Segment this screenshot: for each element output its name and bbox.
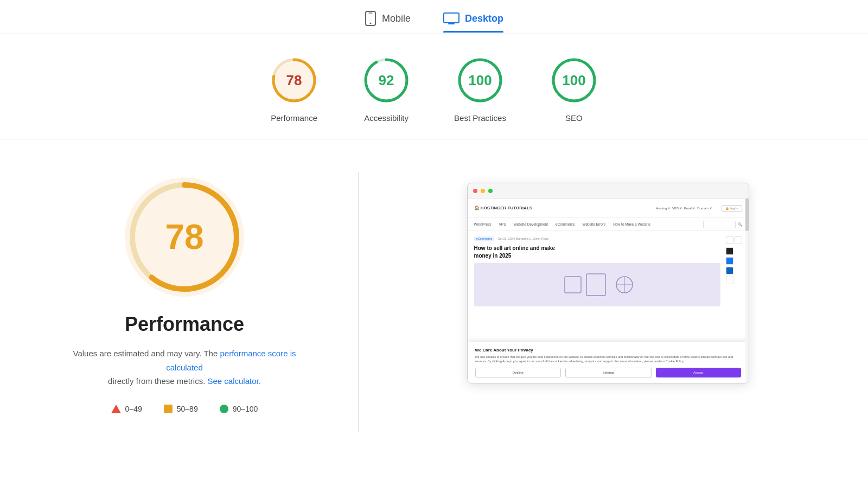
browser-dot-maximize — [488, 189, 493, 193]
performance-title: Performance — [125, 313, 244, 336]
svg-rect-20 — [543, 266, 652, 304]
left-panel: 78 Performance Values are estimated and … — [43, 172, 326, 432]
browser-dot-close — [473, 189, 477, 193]
desc-link2[interactable]: See calculator. — [207, 376, 260, 386]
nav-login-btn[interactable]: 🔒 Log In — [722, 205, 742, 212]
vertical-divider — [358, 172, 359, 432]
legend-medium-range: 50–89 — [177, 405, 198, 413]
desc-text2: directly from these metrics. — [108, 376, 205, 386]
site-nav: 🏠 HOSTINGER TUTORIALS Hosting ∨ VPS ∨ Em… — [468, 199, 749, 218]
site-logo: 🏠 HOSTINGER TUTORIALS — [474, 206, 533, 210]
desktop-icon — [443, 12, 459, 24]
right-panel: 🏠 HOSTINGER TUTORIALS Hosting ∨ VPS ∨ Em… — [391, 172, 825, 432]
site-article-title: How to sell art online and makemoney in … — [474, 245, 720, 260]
nav-search-icon: 🔍 — [738, 222, 742, 227]
nav-vps-link: VPS — [499, 222, 506, 226]
cookie-title: We Care About Your Privacy — [475, 348, 741, 353]
score-value-best-practices: 100 — [468, 72, 492, 89]
tab-desktop-label: Desktop — [465, 13, 503, 24]
nav-hosting: Hosting ∨ — [656, 206, 670, 210]
legend-low-range: 0–49 — [125, 405, 142, 413]
score-circle-accessibility: 92 — [362, 56, 411, 105]
scrollbar[interactable] — [745, 199, 749, 383]
scrollbar-thumb — [745, 199, 749, 231]
share-btn-email[interactable] — [726, 277, 733, 284]
browser-mockup: 🏠 HOSTINGER TUTORIALS Hosting ∨ VPS ∨ Em… — [467, 183, 749, 383]
nav-search: 🔍 — [703, 221, 742, 228]
share-btn-x[interactable] — [726, 247, 733, 255]
legend-item-medium: 50–89 — [164, 405, 198, 413]
svg-rect-3 — [444, 13, 459, 23]
cookie-overlay: We Care About Your Privacy We use cookie… — [468, 342, 749, 383]
legend-item-high: 90–100 — [220, 405, 258, 413]
mobile-icon — [365, 11, 376, 26]
nav-email: Email ∨ — [684, 206, 695, 210]
share-btn-facebook[interactable] — [726, 257, 733, 265]
nav-search-input[interactable] — [703, 221, 736, 228]
article-illustration — [543, 266, 652, 304]
score-item-best-practices: 100 Best Practices — [454, 56, 506, 123]
score-circle-seo: 100 — [550, 56, 598, 105]
cookie-settings-btn[interactable]: Settings — [565, 368, 652, 377]
score-label-accessibility: Accessibility — [364, 113, 409, 123]
performance-description: Values are estimated and may vary. The p… — [71, 347, 298, 388]
browser-bar — [468, 183, 749, 199]
desc-text1: Values are estimated and may vary. The — [73, 349, 220, 358]
score-item-seo: 100 SEO — [550, 56, 598, 123]
site-article-image — [474, 263, 720, 306]
tab-mobile-label: Mobile — [382, 13, 411, 24]
large-score-circle: 78 — [125, 177, 244, 297]
score-label-seo: SEO — [565, 113, 583, 123]
legend-high-range: 90–100 — [233, 405, 258, 413]
svg-point-1 — [369, 23, 371, 24]
score-circle-best-practices: 100 — [456, 56, 505, 105]
score-label-performance: Performance — [271, 113, 317, 123]
tab-desktop[interactable]: Desktop — [443, 12, 503, 32]
nav-domain: Domain ∨ — [697, 206, 711, 210]
score-item-performance: 78 Performance — [270, 56, 318, 123]
score-item-accessibility: 92 Accessibility — [362, 56, 411, 123]
legend-square-icon — [164, 405, 173, 413]
browser-content: 🏠 HOSTINGER TUTORIALS Hosting ∨ VPS ∨ Em… — [468, 199, 749, 383]
main-content: 78 Performance Values are estimated and … — [0, 139, 868, 454]
nav-howto: How to Make a Website — [613, 222, 650, 226]
site-main: eCommerce Oct 22, 2024 Margarita L. 10mi… — [468, 231, 749, 312]
site-article: eCommerce Oct 22, 2024 Margarita L. 10mi… — [474, 236, 720, 306]
share-btn-linkedin[interactable] — [726, 267, 733, 274]
score-value-accessibility: 92 — [379, 72, 394, 89]
share-btn-bookmark[interactable] — [726, 236, 733, 244]
site-share — [726, 236, 742, 306]
nav-errors: Website Errors — [582, 222, 605, 226]
score-value-performance: 78 — [286, 72, 302, 89]
score-circle-performance: 78 — [270, 56, 318, 105]
legend-triangle-icon — [111, 405, 121, 413]
browser-dot-minimize — [481, 189, 485, 193]
share-icons-top — [726, 236, 742, 244]
share-btn-more[interactable] — [735, 236, 742, 244]
nav-ecommerce: eCommerce — [556, 222, 575, 226]
site-article-tag: eCommerce — [474, 236, 495, 241]
tab-mobile[interactable]: Mobile — [365, 11, 411, 34]
legend-item-low: 0–49 — [111, 405, 142, 413]
cookie-buttons: Decline Settings Accept — [475, 368, 741, 377]
cookie-accept-btn[interactable]: Accept — [656, 368, 741, 377]
tab-bar: Mobile Desktop — [0, 0, 868, 34]
nav-webdev: Website Development — [514, 222, 548, 226]
score-value-seo: 100 — [562, 72, 585, 89]
legend-circle-icon — [220, 405, 228, 413]
site-secondary-nav: WordPress VPS Website Development eComme… — [468, 218, 749, 231]
score-label-best-practices: Best Practices — [454, 113, 506, 123]
nav-vps: VPS ∨ — [672, 206, 682, 210]
legend-row: 0–49 50–89 90–100 — [111, 405, 258, 413]
scores-section: 78 Performance 92 Accessibility 100 — [0, 34, 868, 139]
nav-wordpress: WordPress — [474, 222, 492, 226]
site-article-meta: Oct 22, 2024 Margarita L. 10min Read — [497, 237, 548, 240]
large-score-number: 78 — [165, 217, 203, 257]
cookie-text: We use cookies to ensure that we give yo… — [475, 355, 741, 364]
cookie-decline-btn[interactable]: Decline — [475, 368, 561, 377]
